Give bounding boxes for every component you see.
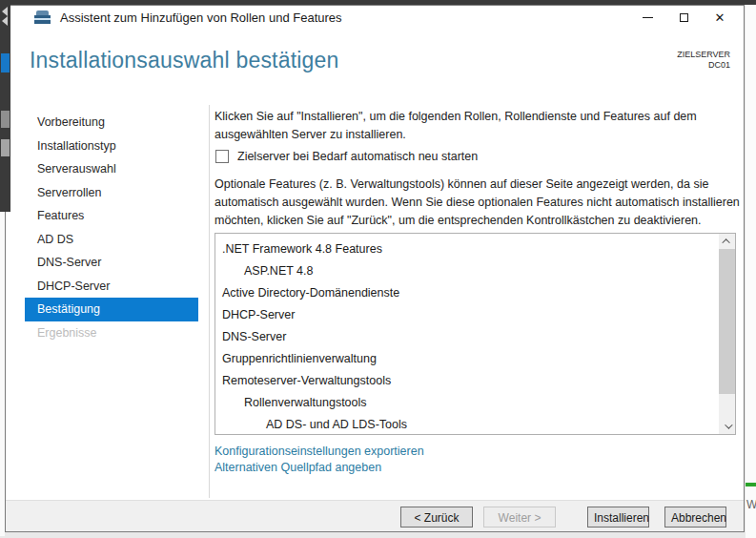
install-button[interactable]: Installieren — [587, 507, 649, 528]
maximize-icon — [680, 13, 688, 22]
background-window-icon-fragment — [1, 111, 10, 128]
alternate-source-path-link[interactable]: Alternativen Quellpfad angeben — [215, 461, 381, 474]
background-top-strip — [0, 0, 756, 5]
sidebar-item-features[interactable]: Features — [6, 204, 209, 228]
background-left-strip — [0, 0, 10, 212]
intro-text: Klicken Sie auf "Installieren", um die f… — [215, 108, 741, 144]
scroll-up-button[interactable] — [719, 234, 735, 249]
background-text-fragment: W — [746, 498, 756, 511]
cancel-button[interactable]: Abbrechen — [664, 507, 726, 528]
list-item-dhcp-server: DHCP-Server — [215, 304, 719, 326]
collapse-chevron-icon — [2, 7, 8, 16]
target-server-name: DC01 — [677, 60, 730, 71]
list-item-adds-adlds-tools: AD DS- und AD LDS-Tools — [215, 414, 719, 435]
chevron-down-icon — [725, 421, 732, 428]
sidebar-item-dhcp-server[interactable]: DHCP-Server — [6, 275, 209, 299]
restart-checkbox-row: Zielserver bei Bedarf automatisch neu st… — [215, 150, 478, 163]
minimize-icon — [643, 17, 653, 18]
maximize-button[interactable] — [665, 6, 702, 30]
background-window-icon-fragment — [1, 139, 10, 156]
list-item-rollenverwaltungstools: Rollenverwaltungstools — [215, 392, 719, 414]
collapse-chevron-icon — [2, 16, 8, 26]
window-title: Assistent zum Hinzufügen von Rollen und … — [60, 10, 342, 25]
background-window-icon-fragment — [1, 53, 10, 72]
footer-button-bar: < Zurück Weiter > Installieren Abbrechen — [6, 500, 744, 531]
add-roles-features-wizard-dialog: Assistent zum Hinzufügen von Rollen und … — [5, 5, 745, 532]
close-button[interactable]: ✕ — [702, 6, 738, 30]
nav-divider — [209, 105, 210, 498]
page-title: Installationsauswahl bestätigen — [30, 48, 339, 73]
sidebar-item-ergebnisse: Ergebnisse — [6, 321, 209, 345]
export-configuration-link[interactable]: Konfigurationseinstellungen exportieren — [215, 445, 424, 458]
sidebar-item-serverauswahl[interactable]: Serverauswahl — [6, 157, 209, 181]
title-bar: Assistent zum Hinzufügen von Rollen und … — [6, 6, 744, 30]
next-button: Weiter > — [483, 507, 556, 528]
back-button[interactable]: < Zurück — [400, 507, 473, 528]
sidebar-item-vorbereitung[interactable]: Vorbereitung — [6, 111, 209, 134]
close-icon: ✕ — [715, 11, 725, 24]
restart-checkbox[interactable] — [215, 150, 229, 163]
wizard-icon — [34, 10, 51, 25]
list-item-dns-server: DNS-Server — [215, 326, 719, 348]
window-controls: ✕ — [629, 6, 738, 30]
scrollbar-thumb[interactable] — [719, 249, 735, 394]
sidebar-item-ad-ds[interactable]: AD DS — [6, 228, 209, 252]
list-item-ad-domaenendienste: Active Directory-Domänendienste — [215, 282, 719, 304]
confirmation-listbox: .NET Framework 4.8 Features ASP.NET 4.8 … — [215, 233, 736, 435]
optional-features-note: Optionale Features (z. B. Verwaltungstoo… — [215, 176, 741, 230]
list-item-gruppenrichtlinien: Gruppenrichtlinienverwaltung — [215, 348, 719, 370]
list-item-aspnet: ASP.NET 4.8 — [215, 260, 719, 282]
list-item-net-framework: .NET Framework 4.8 Features — [215, 238, 719, 260]
listbox-scrollbar[interactable] — [719, 234, 735, 434]
wizard-steps-nav: Vorbereitung Installationstyp Serverausw… — [6, 111, 209, 344]
target-server-block: ZIELSERVER DC01 — [677, 50, 730, 71]
sidebar-item-bestaetigung[interactable]: Bestätigung — [25, 298, 198, 321]
sidebar-item-serverrollen[interactable]: Serverrollen — [6, 181, 209, 205]
chevron-up-icon — [722, 238, 729, 246]
sidebar-item-installationstyp[interactable]: Installationstyp — [6, 134, 209, 158]
scroll-down-button[interactable] — [719, 419, 735, 434]
minimize-button[interactable] — [629, 6, 665, 30]
background-green-fragment — [746, 483, 756, 486]
background-window-fragment-right: W — [746, 5, 756, 538]
target-server-label: ZIELSERVER — [677, 50, 730, 60]
list-item-remoteserver-tools: Remoteserver-Verwaltungstools — [215, 370, 719, 392]
sidebar-item-dns-server[interactable]: DNS-Server — [6, 251, 209, 275]
confirmation-list-items: .NET Framework 4.8 Features ASP.NET 4.8 … — [215, 238, 719, 435]
restart-checkbox-label[interactable]: Zielserver bei Bedarf automatisch neu st… — [237, 150, 478, 163]
